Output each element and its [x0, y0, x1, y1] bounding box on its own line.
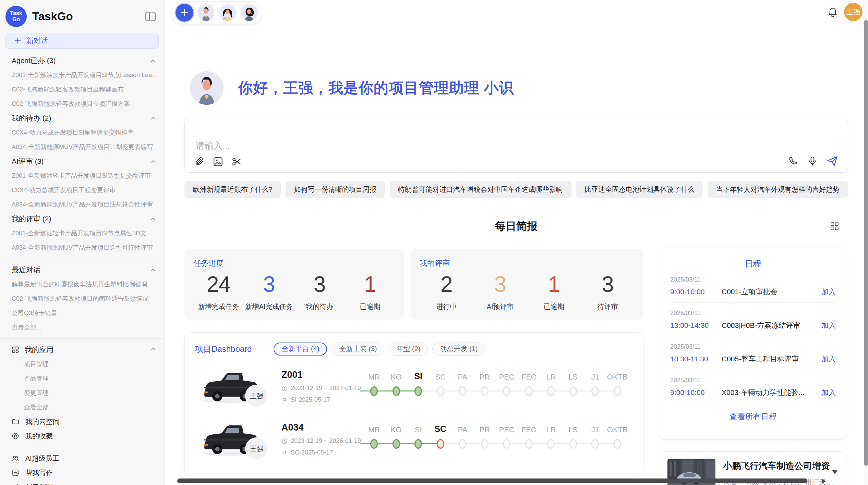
sidebar-link[interactable]: 帮我写作 [0, 465, 164, 480]
suggestion-chip[interactable]: 比亚迪全固态电池计划具体说了什么 [576, 181, 703, 198]
sidebar-item[interactable]: C02-飞腾新能源轻客改款项目的闭环通告反馈情况 [0, 291, 164, 306]
sidebar-item[interactable]: C0X4-动力总成开发项目SI里程碑提交物检查 [0, 125, 164, 140]
event-join-link[interactable]: 加入 [821, 321, 836, 330]
news-title: 小鹏飞行汽车制造公司增资 [723, 460, 836, 472]
stat: 3 我的待办 [294, 271, 345, 311]
composer[interactable]: 请输入... [184, 117, 848, 173]
dashboard-filter-tab[interactable]: 全新上装 (3) [331, 343, 384, 356]
sidebar-section-header[interactable]: 最近对话 [0, 263, 164, 277]
milestone-label: J1 [584, 373, 606, 382]
sidebar-item[interactable]: Z001-全新燃油皮卡产品开发项目SI节点Lesson Learn报告 [0, 68, 164, 82]
chevron-up-icon [150, 159, 156, 164]
milestone: LR [540, 418, 562, 461]
milestone: FEC [518, 418, 540, 461]
dashboard-filter-tab[interactable]: 年型 (2) [389, 343, 428, 356]
event-time: 10:30-11:30 [670, 355, 718, 363]
milestone-dot [547, 439, 555, 449]
sidebar-item[interactable]: Z001-全新燃油轻卡产品开发项目SI节点属性5D文件评审 [0, 226, 164, 240]
sidebar-section-header[interactable]: 我的评审 (2) [0, 212, 164, 226]
milestone-dot [414, 386, 422, 396]
milestone-dot [393, 386, 400, 396]
notifications-bell-icon[interactable] [828, 7, 838, 18]
paperclip-icon[interactable] [194, 157, 205, 167]
scroll-down-arrow[interactable] [832, 470, 838, 474]
stat-label: 待评审 [581, 302, 635, 311]
view-all-schedule-link[interactable]: 查看所有日程 [670, 411, 836, 422]
layout-grid-icon[interactable] [830, 222, 839, 231]
milestone: FEC [518, 365, 540, 408]
sidebar-section-header[interactable]: 我的待办 (2) [0, 111, 164, 125]
briefing-cards: 任务进度 24 新增完成任务 3 新增AI完成任务 3 我的待办 1 已逾期 我… [184, 249, 643, 320]
milestone: J1 [584, 365, 606, 408]
sidebar-section-header[interactable]: AI评审 (3) [0, 154, 164, 169]
sidebar-section-header-my-apps[interactable]: 我的应用 [0, 343, 164, 357]
suggestion-chip[interactable]: 如何写一份清晰的项目周报 [286, 181, 385, 198]
sidebar-section: Agent已办 (3) Z001-全新燃油皮卡产品开发项目SI节点Lesson … [0, 53, 164, 111]
sidebar-link[interactable]: 创意制图 [0, 480, 164, 485]
chevron-up-icon [150, 115, 156, 121]
sidebar-item[interactable]: 变更管理 [0, 386, 164, 400]
sidebar-item[interactable]: A034-全新新能源MUV产品开发项目造型可行性评审 [0, 240, 164, 255]
sidebar-item[interactable]: C0X4-动力总成开发项目工程变更评审 [0, 183, 164, 197]
milestone-label: MR [363, 373, 385, 382]
suggestion-chip[interactable]: 当下年轻人对汽车外观有怎样的喜好趋势 [708, 181, 848, 198]
sidebar-link[interactable]: 我的收藏 [0, 429, 164, 443]
event-join-link[interactable]: 加入 [821, 354, 836, 364]
suggestion-chip[interactable]: 欧洲新规最近颁布了什么? [184, 181, 281, 198]
milestone: OKTB [606, 365, 629, 408]
team-avatar-bar [171, 1, 262, 24]
new-chat-label: 新对话 [26, 36, 48, 46]
phone-call-icon[interactable] [788, 156, 798, 166]
event-join-link[interactable]: 加入 [821, 287, 836, 297]
sidebar-link-label: AI超级员工 [25, 454, 59, 463]
event-title: X003-车辆动力学性能验... [718, 388, 821, 397]
sidebar-view-all[interactable]: 查看全部... [0, 320, 164, 335]
sidebar-view-all[interactable]: 查看全部... [0, 400, 164, 414]
project-owner-name: 王强 [250, 391, 264, 401]
scroll-right-arrow[interactable] [822, 479, 826, 484]
sidebar-item[interactable]: A034-全新新能源MUV产品开发项目法规符合性评审 [0, 197, 164, 212]
microphone-icon[interactable] [807, 156, 818, 166]
sidebar-link[interactable]: AI超级员工 [0, 451, 164, 465]
milestone: LR [540, 365, 562, 408]
milestone-dot [614, 386, 621, 396]
dashboard-filter-tab[interactable]: 全新平台 (4) [274, 343, 327, 356]
sidebar-item[interactable]: 产品管理 [0, 371, 164, 386]
event-join-link[interactable]: 加入 [821, 388, 836, 397]
team-avatar-3[interactable] [240, 4, 258, 22]
sidebar-item[interactable]: Z001-全新燃油轻卡产品开发项目SI造型提交物评审 [0, 169, 164, 183]
project-row[interactable] [195, 471, 643, 476]
image-upload-icon[interactable] [213, 157, 223, 167]
sidebar-item[interactable]: C02-飞腾新能源轻客改款项目立项汇报方案 [0, 97, 164, 111]
sidebar-link[interactable]: 我的云空间 [0, 414, 164, 429]
scissors-icon[interactable] [231, 157, 242, 167]
project-row[interactable]: 王强 Z001 2023-12-19 ~ 2027-01-19 SI-2025-… [195, 365, 643, 418]
add-member-button[interactable] [176, 4, 193, 22]
team-avatar-1[interactable] [197, 4, 215, 22]
sidebar-collapse-icon[interactable] [145, 11, 156, 22]
horizontal-scrollbar-thumb[interactable] [177, 478, 807, 483]
milestone: KO [385, 418, 408, 461]
milestone: SC [430, 365, 452, 408]
plus-icon [14, 37, 22, 45]
star-badge-icon [12, 432, 19, 440]
project-row[interactable]: 王强 A034 2023-12-19 ~ 2026-01-19 SC-2025-… [195, 418, 643, 471]
milestone-dot [503, 386, 510, 396]
sidebar-item[interactable]: C02-飞腾新能源轻客改款项目里程碑画布 [0, 82, 164, 97]
send-icon[interactable] [827, 155, 838, 167]
sidebar-item[interactable]: A034-全新新能源MUV产品开发项目计划变更表编写 [0, 140, 164, 154]
milestone-label: KO [385, 373, 408, 382]
sidebar-item[interactable]: 项目管理 [0, 357, 164, 371]
sidebar-item[interactable]: 公司Q3轻卡销量 [0, 306, 164, 320]
suggestion-chip[interactable]: 特朗普可能对进口汽车增税会对中国车企造成哪些影响 [390, 181, 571, 198]
event-date: 2025/03/11 [670, 377, 836, 384]
sidebar-section-header[interactable]: Agent已办 (3) [0, 53, 164, 68]
stat-value: 1 [527, 271, 581, 298]
user-avatar[interactable]: 王强 [844, 3, 863, 21]
vertical-scrollbar-thumb[interactable] [864, 20, 868, 466]
team-avatar-2[interactable] [219, 4, 237, 22]
milestone-label: SI [407, 425, 430, 434]
sidebar-item[interactable]: 解释最新出台的欧盟报废车法规再生塑料比例被调至15%... [0, 277, 164, 291]
dashboard-filter-tab[interactable]: 动总开发 (1) [432, 343, 485, 356]
new-chat-button[interactable]: 新对话 [5, 33, 159, 49]
